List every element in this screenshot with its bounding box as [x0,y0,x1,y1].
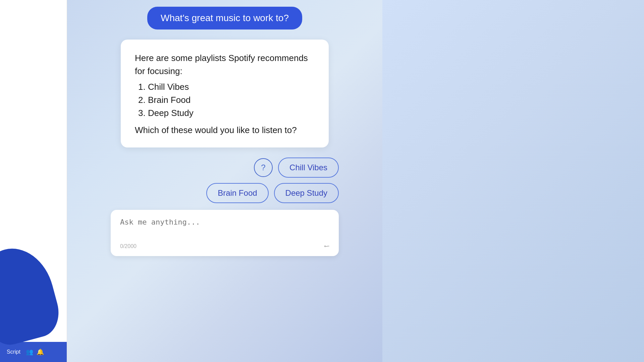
people-icon[interactable]: 👥 [26,348,33,356]
close-icon[interactable]: ✕ [40,330,45,338]
bottom-icons: 👥 🔔 [26,348,44,356]
chat-input[interactable] [120,218,329,238]
brain-food-button[interactable]: Brain Food [206,183,268,203]
answer-intro: Here are some playlists Spotify recommen… [135,52,315,78]
layout-icon[interactable]: ▦ [7,330,12,338]
item-name: Deep Study [148,108,194,118]
list-item: 2. Brain Food [135,94,315,107]
deep-study-button[interactable]: Deep Study [274,183,339,203]
right-panel [382,0,644,362]
quick-replies-area: ? Chill Vibes Brain Food Deep Study [111,158,339,203]
trash-icon[interactable]: 🗑 [18,331,24,338]
sidebar-bottom-bar: Script 👥 🔔 [0,342,67,362]
answer-followup: Which of these would you like to listen … [135,125,315,135]
question-mark-icon: ? [261,163,265,172]
question-text: What's great music to work to? [161,13,289,23]
list-item: 1. Chill Vibes [135,80,315,94]
playlist-list: 1. Chill Vibes 2. Brain Food 3. Deep Stu… [135,80,315,120]
char-count: 0/2000 [120,243,137,249]
bell-icon[interactable]: 🔔 [37,348,44,356]
item-number: 1. [138,82,146,92]
answer-card: Here are some playlists Spotify recommen… [121,40,329,147]
input-footer: 0/2000 ✓ [120,242,329,251]
input-area: 0/2000 ✓ [111,210,339,256]
item-name: Brain Food [148,95,191,105]
quick-reply-row-1: ? Chill Vibes [254,158,339,178]
item-number: 2. [138,95,146,105]
script-label: Script [7,349,20,355]
quick-reply-row-2: Brain Food Deep Study [206,183,339,203]
main-chat-area: What's great music to work to? Here are … [67,0,382,362]
toolbar-strip: ▦ 🗑 ⌃ ✕ [0,326,67,342]
sidebar-top [0,0,67,342]
sidebar: ▦ 🗑 ⌃ ✕ Script 👥 🔔 [0,0,67,362]
question-bubble: What's great music to work to? [147,7,302,29]
item-number: 3. [138,108,146,118]
chill-vibes-button[interactable]: Chill Vibes [278,158,339,178]
send-icon[interactable]: ✓ [321,241,331,251]
item-name: Chill Vibes [148,82,189,92]
chevron-up-icon[interactable]: ⌃ [29,330,34,338]
list-item: 3. Deep Study [135,107,315,120]
help-icon[interactable]: ? [254,158,273,177]
